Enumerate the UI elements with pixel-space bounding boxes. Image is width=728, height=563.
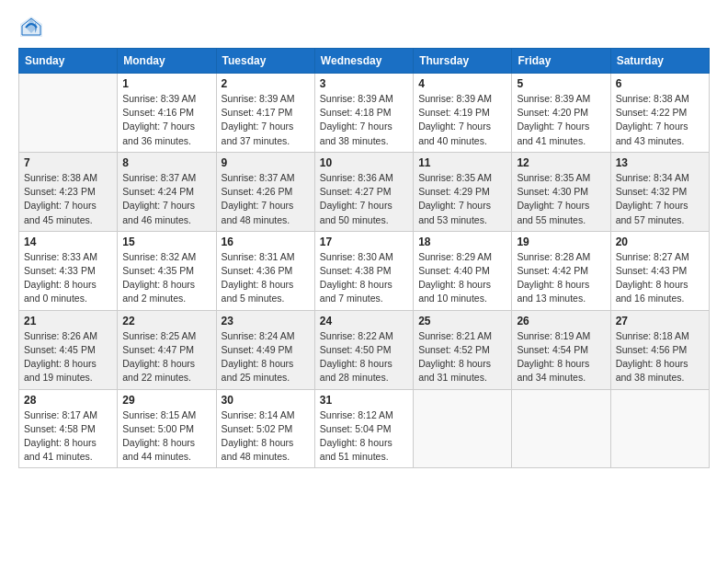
calendar-cell: 28Sunrise: 8:17 AMSunset: 4:58 PMDayligh…	[19, 389, 118, 468]
sunset-text: Sunset: 4:35 PM	[122, 264, 210, 278]
calendar-cell: 30Sunrise: 8:14 AMSunset: 5:02 PMDayligh…	[216, 389, 314, 468]
day-number: 6	[616, 77, 704, 90]
calendar-cell: 12Sunrise: 8:35 AMSunset: 4:30 PMDayligh…	[512, 152, 610, 231]
day-detail: Sunrise: 8:22 AMSunset: 4:50 PMDaylight:…	[320, 329, 408, 385]
sunrise-text: Sunrise: 8:35 AM	[418, 171, 506, 185]
sunrise-text: Sunrise: 8:15 AM	[122, 408, 210, 422]
daylight-line1: Daylight: 8 hours	[616, 357, 704, 371]
day-detail: Sunrise: 8:37 AMSunset: 4:24 PMDaylight:…	[122, 171, 210, 227]
sunset-text: Sunset: 4:33 PM	[24, 264, 112, 278]
daylight-line1: Daylight: 7 hours	[320, 199, 408, 213]
day-detail: Sunrise: 8:37 AMSunset: 4:26 PMDaylight:…	[222, 171, 310, 227]
sunset-text: Sunset: 5:00 PM	[122, 422, 210, 436]
day-number: 10	[320, 156, 408, 169]
daylight-line2: and 2 minutes.	[122, 292, 210, 305]
daylight-line2: and 45 minutes.	[24, 213, 112, 227]
sunrise-text: Sunrise: 8:31 AM	[222, 250, 310, 264]
sunset-text: Sunset: 4:27 PM	[320, 185, 408, 199]
daylight-line1: Daylight: 7 hours	[517, 120, 605, 133]
sunrise-text: Sunrise: 8:39 AM	[320, 92, 408, 106]
calendar-cell: 17Sunrise: 8:30 AMSunset: 4:38 PMDayligh…	[314, 231, 413, 310]
page: SundayMondayTuesdayWednesdayThursdayFrid…	[0, 0, 728, 563]
day-detail: Sunrise: 8:17 AMSunset: 4:58 PMDaylight:…	[24, 408, 112, 465]
sunrise-text: Sunrise: 8:24 AM	[222, 329, 310, 343]
logo	[18, 15, 46, 40]
calendar-cell	[414, 389, 512, 468]
daylight-line1: Daylight: 8 hours	[24, 278, 112, 292]
daylight-line1: Daylight: 7 hours	[517, 199, 605, 213]
day-detail: Sunrise: 8:35 AMSunset: 4:29 PMDaylight:…	[418, 171, 506, 227]
day-detail: Sunrise: 8:39 AMSunset: 4:17 PMDaylight:…	[222, 92, 310, 148]
day-detail: Sunrise: 8:25 AMSunset: 4:47 PMDaylight:…	[122, 329, 210, 385]
calendar-cell: 18Sunrise: 8:29 AMSunset: 4:40 PMDayligh…	[414, 231, 512, 310]
daylight-line2: and 38 minutes.	[320, 134, 408, 148]
calendar-table: SundayMondayTuesdayWednesdayThursdayFrid…	[18, 48, 710, 468]
daylight-line2: and 46 minutes.	[122, 213, 210, 227]
calendar-cell: 15Sunrise: 8:32 AMSunset: 4:35 PMDayligh…	[118, 231, 216, 310]
daylight-line1: Daylight: 8 hours	[222, 436, 310, 450]
calendar-cell	[610, 389, 709, 468]
calendar-cell: 5Sunrise: 8:39 AMSunset: 4:20 PMDaylight…	[512, 74, 610, 153]
daylight-line1: Daylight: 7 hours	[122, 199, 210, 213]
day-detail: Sunrise: 8:19 AMSunset: 4:54 PMDaylight:…	[517, 329, 605, 385]
sunrise-text: Sunrise: 8:21 AM	[418, 329, 506, 343]
calendar-week-row: 14Sunrise: 8:33 AMSunset: 4:33 PMDayligh…	[19, 231, 710, 310]
calendar-cell: 23Sunrise: 8:24 AMSunset: 4:49 PMDayligh…	[216, 310, 314, 389]
weekday-header-row: SundayMondayTuesdayWednesdayThursdayFrid…	[19, 49, 710, 74]
daylight-line2: and 34 minutes.	[517, 371, 605, 385]
daylight-line2: and 53 minutes.	[418, 213, 506, 227]
calendar-cell: 13Sunrise: 8:34 AMSunset: 4:32 PMDayligh…	[610, 152, 709, 231]
calendar-cell: 20Sunrise: 8:27 AMSunset: 4:43 PMDayligh…	[610, 231, 709, 310]
calendar-cell: 16Sunrise: 8:31 AMSunset: 4:36 PMDayligh…	[216, 231, 314, 310]
calendar-cell: 27Sunrise: 8:18 AMSunset: 4:56 PMDayligh…	[610, 310, 709, 389]
sunrise-text: Sunrise: 8:38 AM	[24, 171, 112, 185]
daylight-line1: Daylight: 7 hours	[616, 120, 704, 133]
day-number: 27	[616, 315, 704, 327]
sunset-text: Sunset: 4:43 PM	[616, 264, 704, 278]
daylight-line1: Daylight: 7 hours	[222, 199, 310, 213]
day-detail: Sunrise: 8:12 AMSunset: 5:04 PMDaylight:…	[320, 408, 408, 465]
day-detail: Sunrise: 8:39 AMSunset: 4:18 PMDaylight:…	[320, 92, 408, 148]
daylight-line1: Daylight: 8 hours	[320, 436, 408, 450]
daylight-line1: Daylight: 8 hours	[24, 436, 112, 450]
day-number: 9	[222, 156, 310, 169]
day-number: 25	[418, 315, 506, 327]
daylight-line1: Daylight: 8 hours	[24, 357, 112, 371]
sunrise-text: Sunrise: 8:28 AM	[517, 250, 605, 264]
daylight-line1: Daylight: 8 hours	[222, 357, 310, 371]
day-number: 31	[320, 394, 408, 407]
daylight-line2: and 41 minutes.	[517, 134, 605, 148]
daylight-line2: and 28 minutes.	[320, 371, 408, 385]
day-detail: Sunrise: 8:15 AMSunset: 5:00 PMDaylight:…	[122, 408, 210, 465]
day-detail: Sunrise: 8:26 AMSunset: 4:45 PMDaylight:…	[24, 329, 112, 385]
daylight-line1: Daylight: 7 hours	[222, 120, 310, 133]
daylight-line1: Daylight: 7 hours	[320, 120, 408, 133]
daylight-line2: and 57 minutes.	[616, 213, 704, 227]
sunset-text: Sunset: 4:32 PM	[616, 185, 704, 199]
day-detail: Sunrise: 8:38 AMSunset: 4:22 PMDaylight:…	[616, 92, 704, 148]
day-number: 5	[517, 77, 605, 90]
day-number: 1	[122, 77, 210, 90]
weekday-header-thursday: Thursday	[414, 49, 512, 74]
sunset-text: Sunset: 4:38 PM	[320, 264, 408, 278]
daylight-line2: and 10 minutes.	[418, 292, 506, 305]
daylight-line2: and 51 minutes.	[320, 450, 408, 464]
calendar-cell: 6Sunrise: 8:38 AMSunset: 4:22 PMDaylight…	[610, 74, 709, 153]
calendar-cell: 8Sunrise: 8:37 AMSunset: 4:24 PMDaylight…	[118, 152, 216, 231]
day-detail: Sunrise: 8:30 AMSunset: 4:38 PMDaylight:…	[320, 250, 408, 306]
calendar-cell: 10Sunrise: 8:36 AMSunset: 4:27 PMDayligh…	[314, 152, 413, 231]
day-number: 20	[616, 236, 704, 248]
daylight-line1: Daylight: 8 hours	[418, 357, 506, 371]
day-detail: Sunrise: 8:34 AMSunset: 4:32 PMDaylight:…	[616, 171, 704, 227]
day-number: 2	[222, 77, 310, 90]
daylight-line2: and 5 minutes.	[222, 292, 310, 305]
logo-icon	[18, 15, 44, 40]
day-detail: Sunrise: 8:39 AMSunset: 4:19 PMDaylight:…	[418, 92, 506, 148]
day-number: 24	[320, 315, 408, 327]
day-detail: Sunrise: 8:24 AMSunset: 4:49 PMDaylight:…	[222, 329, 310, 385]
calendar-cell	[512, 389, 610, 468]
daylight-line2: and 44 minutes.	[122, 450, 210, 464]
sunrise-text: Sunrise: 8:14 AM	[222, 408, 310, 422]
day-number: 18	[418, 236, 506, 248]
day-detail: Sunrise: 8:31 AMSunset: 4:36 PMDaylight:…	[222, 250, 310, 306]
